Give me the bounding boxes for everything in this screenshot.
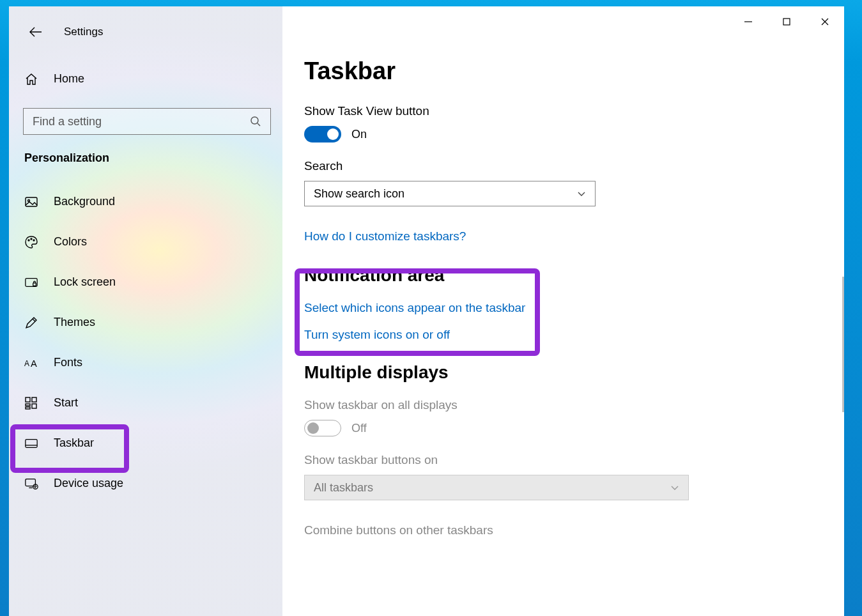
link-customize-taskbars[interactable]: How do I customize taskbars? bbox=[304, 229, 806, 243]
sidebar-item-label: Home bbox=[54, 72, 84, 86]
search-box[interactable] bbox=[23, 108, 271, 135]
dropdown-taskbar-buttons[interactable]: All taskbars bbox=[304, 475, 689, 500]
scrollbar[interactable] bbox=[842, 277, 844, 412]
pencil-icon bbox=[24, 316, 38, 330]
maximize-icon bbox=[782, 17, 791, 26]
sidebar-item-lockscreen[interactable]: Lock screen bbox=[9, 262, 282, 302]
chevron-down-icon bbox=[577, 189, 586, 198]
setting-label-search: Search bbox=[304, 159, 806, 173]
home-icon bbox=[24, 72, 38, 86]
taskbar-icon bbox=[24, 436, 38, 450]
minimize-icon bbox=[744, 17, 753, 26]
search-input[interactable] bbox=[33, 115, 250, 128]
sidebar-item-fonts[interactable]: A A Fonts bbox=[9, 343, 282, 383]
sidebar-category: Personalization bbox=[9, 135, 282, 173]
toggle-taskview[interactable] bbox=[304, 126, 341, 142]
device-usage-icon bbox=[24, 477, 38, 491]
svg-point-4 bbox=[31, 238, 32, 240]
svg-point-0 bbox=[251, 117, 258, 124]
dropdown-search[interactable]: Show search icon bbox=[304, 181, 596, 206]
svg-rect-14 bbox=[32, 404, 36, 408]
sidebar-item-label: Colors bbox=[54, 235, 87, 249]
dropdown-value: All taskbars bbox=[314, 481, 373, 495]
toggle-state: Off bbox=[351, 422, 367, 435]
sidebar-item-background[interactable]: Background bbox=[9, 181, 282, 222]
setting-label-buttons-on: Show taskbar buttons on bbox=[304, 453, 806, 467]
svg-point-5 bbox=[33, 240, 35, 241]
svg-text:A: A bbox=[24, 358, 29, 367]
palette-icon bbox=[24, 235, 38, 249]
close-button[interactable] bbox=[812, 12, 838, 32]
svg-rect-15 bbox=[26, 439, 37, 447]
dropdown-value: Show search icon bbox=[314, 187, 404, 201]
svg-rect-11 bbox=[32, 397, 36, 402]
section-multiple-displays: Multiple displays bbox=[304, 362, 806, 383]
svg-rect-1 bbox=[26, 197, 37, 206]
toggle-state: On bbox=[351, 128, 367, 141]
svg-rect-10 bbox=[26, 397, 30, 402]
back-button[interactable] bbox=[27, 23, 45, 41]
sidebar-item-colors[interactable]: Colors bbox=[9, 222, 282, 262]
font-icon: A A bbox=[24, 356, 38, 370]
lock-screen-icon bbox=[24, 275, 38, 289]
link-system-icons[interactable]: Turn system icons on or off bbox=[304, 328, 806, 342]
app-title: Settings bbox=[64, 26, 103, 38]
svg-rect-13 bbox=[26, 407, 30, 409]
arrow-left-icon bbox=[29, 26, 43, 38]
sidebar-item-label: Lock screen bbox=[54, 275, 116, 289]
sidebar-item-themes[interactable]: Themes bbox=[9, 302, 282, 343]
minimize-button[interactable] bbox=[735, 12, 761, 32]
sidebar-item-label: Device usage bbox=[54, 477, 123, 490]
settings-window: Settings Home Personalization bbox=[9, 6, 844, 616]
page-title: Taskbar bbox=[304, 43, 806, 104]
setting-label-taskview: Show Task View button bbox=[304, 104, 806, 118]
sidebar-item-label: Background bbox=[54, 195, 115, 208]
search-icon bbox=[250, 116, 261, 127]
maximize-button[interactable] bbox=[774, 12, 799, 32]
svg-text:A: A bbox=[31, 358, 37, 369]
svg-point-3 bbox=[28, 240, 29, 241]
sidebar-item-label: Start bbox=[54, 396, 78, 410]
sidebar-item-taskbar[interactable]: Taskbar bbox=[9, 423, 282, 463]
svg-point-2 bbox=[28, 199, 30, 201]
chevron-down-icon bbox=[670, 483, 679, 492]
sidebar-item-home[interactable]: Home bbox=[9, 61, 282, 96]
sidebar-item-device-usage[interactable]: Device usage bbox=[9, 463, 282, 504]
start-grid-icon bbox=[24, 396, 38, 410]
svg-rect-7 bbox=[33, 282, 36, 286]
toggle-show-all-displays[interactable] bbox=[304, 420, 341, 436]
main-content: Taskbar Show Task View button On Search … bbox=[282, 6, 844, 616]
sidebar: Settings Home Personalization bbox=[9, 6, 282, 616]
sidebar-item-start[interactable]: Start bbox=[9, 383, 282, 423]
svg-rect-12 bbox=[26, 404, 30, 406]
svg-rect-21 bbox=[783, 19, 790, 25]
setting-label-combine: Combine buttons on other taskbars bbox=[304, 523, 806, 537]
sidebar-item-label: Fonts bbox=[54, 356, 82, 369]
close-icon bbox=[820, 17, 829, 26]
setting-label-show-all-displays: Show taskbar on all displays bbox=[304, 398, 806, 412]
link-select-icons[interactable]: Select which icons appear on the taskbar bbox=[304, 301, 806, 315]
image-icon bbox=[24, 195, 38, 209]
sidebar-item-label: Themes bbox=[54, 316, 95, 329]
section-notification-area: Notification area bbox=[304, 265, 806, 286]
sidebar-item-label: Taskbar bbox=[54, 436, 94, 450]
